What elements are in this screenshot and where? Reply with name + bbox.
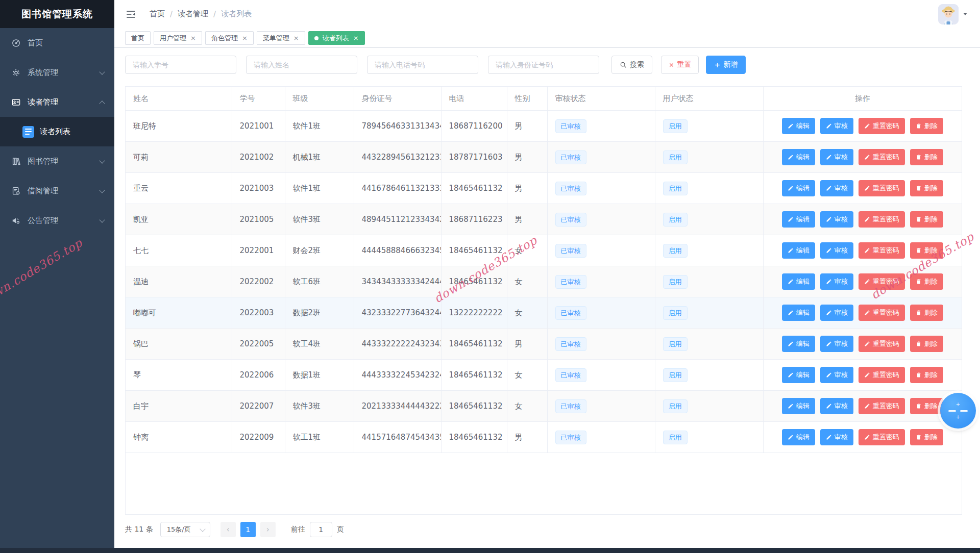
edit-button[interactable]: 编辑 [782, 242, 815, 259]
close-icon[interactable]: × [353, 35, 359, 41]
pencil-icon [788, 154, 794, 160]
student-id-input[interactable] [125, 56, 236, 74]
cell-user-status: 启用 [655, 204, 763, 235]
reset-password-button[interactable]: 重置密码 [859, 305, 905, 321]
goto-page-input[interactable] [310, 522, 332, 537]
sidebar-item-reader-list[interactable]: 读者列表 [0, 117, 114, 146]
reset-password-button[interactable]: 重置密码 [859, 367, 905, 383]
pencil-icon [864, 341, 870, 347]
audit-status-tag: 已审核 [555, 244, 586, 258]
floating-widget-button[interactable]: + + [940, 393, 976, 429]
audit-button[interactable]: 审核 [820, 118, 853, 134]
delete-button[interactable]: 删除 [910, 305, 943, 321]
close-icon[interactable]: × [293, 35, 299, 41]
delete-button[interactable]: 删除 [910, 149, 943, 165]
sidebar-item-system-management[interactable]: 系统管理 [0, 58, 114, 87]
user-status-tag: 启用 [663, 213, 688, 227]
audit-status-tag: 已审核 [555, 337, 586, 351]
tab-menu-management[interactable]: 菜单管理 × [257, 31, 305, 45]
trash-icon [916, 403, 922, 409]
edit-button[interactable]: 编辑 [782, 305, 815, 321]
delete-button[interactable]: 删除 [910, 273, 943, 290]
pagination-total: 共 11 条 [125, 525, 153, 534]
prev-page-button[interactable]: ‹ [220, 522, 236, 537]
sidebar-item-reader-management[interactable]: 读者管理 [0, 87, 114, 117]
phone-input[interactable] [367, 56, 478, 74]
user-status-tag: 启用 [663, 182, 688, 195]
audit-button[interactable]: 审核 [820, 242, 853, 259]
next-page-button[interactable]: › [260, 522, 276, 537]
reset-password-button[interactable]: 重置密码 [859, 429, 905, 445]
add-button[interactable]: 新增 [706, 56, 746, 74]
close-icon[interactable]: × [242, 35, 248, 41]
close-icon[interactable]: × [190, 35, 196, 41]
audit-button[interactable]: 审核 [820, 149, 853, 165]
delete-button[interactable]: 删除 [910, 118, 943, 134]
delete-button[interactable]: 删除 [910, 429, 943, 445]
audit-button[interactable]: 审核 [820, 398, 853, 414]
user-status-tag: 启用 [663, 244, 688, 258]
cell-gender: 女 [507, 235, 547, 266]
tab-user-management[interactable]: 用户管理 × [154, 31, 202, 45]
audit-button[interactable]: 审核 [820, 180, 853, 196]
reset-button[interactable]: 重置 [661, 56, 699, 74]
edit-button[interactable]: 编辑 [782, 367, 815, 383]
breadcrumb-home[interactable]: 首页 [150, 9, 165, 19]
pencil-icon [826, 310, 832, 316]
page-size-select[interactable]: 15条/页 [160, 522, 210, 537]
reset-password-button[interactable]: 重置密码 [859, 336, 905, 352]
delete-button[interactable]: 删除 [910, 367, 943, 383]
page-unit-label: 页 [337, 525, 344, 534]
close-icon [669, 62, 674, 68]
action-label: 编辑 [796, 153, 810, 162]
audit-button[interactable]: 审核 [820, 211, 853, 228]
chevron-down-icon [99, 217, 105, 222]
name-input[interactable] [246, 56, 357, 74]
delete-button[interactable]: 删除 [910, 211, 943, 228]
breadcrumb-section[interactable]: 读者管理 [178, 9, 208, 19]
sidebar-item-announcement-management[interactable]: 公告管理 [0, 206, 114, 235]
edit-button[interactable]: 编辑 [782, 429, 815, 445]
user-menu-caret-icon[interactable] [963, 13, 967, 15]
edit-button[interactable]: 编辑 [782, 273, 815, 290]
edit-button[interactable]: 编辑 [782, 336, 815, 352]
delete-button[interactable]: 删除 [910, 242, 943, 259]
audit-button[interactable]: 审核 [820, 273, 853, 290]
cell-actions: 编辑审核重置密码删除 [763, 173, 962, 204]
sidebar-item-book-management[interactable]: 图书管理 [0, 146, 114, 176]
reset-password-button[interactable]: 重置密码 [859, 118, 905, 134]
cell-student-id: 2022003 [232, 297, 285, 329]
edit-button[interactable]: 编辑 [782, 180, 815, 196]
current-page-button[interactable]: 1 [240, 522, 256, 537]
sidebar-item-borrow-management[interactable]: 借阅管理 [0, 176, 114, 206]
tab-reader-list[interactable]: 读者列表 × [308, 31, 365, 45]
action-label: 重置密码 [873, 215, 899, 224]
audit-button[interactable]: 审核 [820, 429, 853, 445]
reset-password-button[interactable]: 重置密码 [859, 242, 905, 259]
delete-button[interactable]: 删除 [910, 336, 943, 352]
reset-password-button[interactable]: 重置密码 [859, 273, 905, 290]
search-button[interactable]: 搜索 [611, 56, 652, 74]
reset-password-button[interactable]: 重置密码 [859, 149, 905, 165]
id-card-input[interactable] [488, 56, 599, 74]
reset-password-button[interactable]: 重置密码 [859, 398, 905, 414]
reset-password-button[interactable]: 重置密码 [859, 180, 905, 196]
edit-button[interactable]: 编辑 [782, 118, 815, 134]
collapse-sidebar-icon[interactable] [125, 9, 136, 20]
sidebar-item-home[interactable]: 首页 [0, 28, 114, 58]
delete-button[interactable]: 删除 [910, 180, 943, 196]
audit-button[interactable]: 审核 [820, 305, 853, 321]
cell-phone: 18465461132 [441, 266, 507, 297]
reset-password-button[interactable]: 重置密码 [859, 211, 905, 228]
tab-role-management[interactable]: 角色管理 × [205, 31, 254, 45]
cell-phone: 18465461132 [441, 329, 507, 360]
tab-home[interactable]: 首页 [125, 31, 151, 45]
edit-button[interactable]: 编辑 [782, 149, 815, 165]
pencil-icon [826, 216, 832, 222]
audit-button[interactable]: 审核 [820, 367, 853, 383]
audit-button[interactable]: 审核 [820, 336, 853, 352]
user-avatar[interactable] [938, 4, 959, 24]
edit-button[interactable]: 编辑 [782, 211, 815, 228]
edit-button[interactable]: 编辑 [782, 398, 815, 414]
delete-button[interactable]: 删除 [910, 398, 943, 414]
